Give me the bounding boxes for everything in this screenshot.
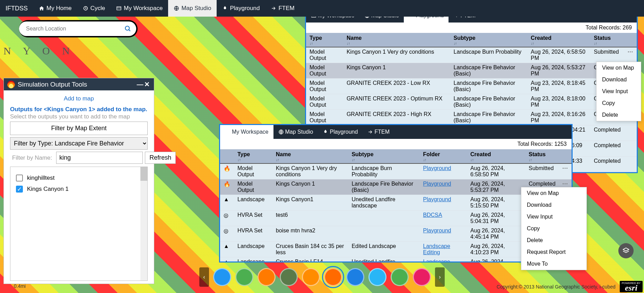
column-header[interactable] [220,149,234,163]
total-records: Total Records: 269 [306,23,637,33]
toolbar-tool-7[interactable] [368,268,386,286]
table-row[interactable]: 🔥Model OutputKings Canyon 1 Very dry con… [220,163,572,179]
menu-item-copy[interactable]: Copy [521,223,586,234]
sort-icon: ↓↑ [454,41,524,45]
table-row[interactable]: Model OutputKings Canyon 1 Very dry cond… [306,47,637,63]
refresh-button[interactable]: Refresh [145,152,176,164]
cell-actions: ··· [559,163,572,179]
toolbar-tool-2[interactable] [258,268,276,286]
search-icon[interactable] [120,21,136,36]
column-header[interactable]: Subtype↓↑ [348,149,419,163]
folder-link[interactable]: Playground [423,181,451,187]
filter-name-input[interactable] [56,152,143,164]
cell-type: Model Output [306,94,343,110]
column-header[interactable]: Type↓↑ [306,33,343,47]
column-header[interactable]: Name↓↑ [343,33,450,47]
cell-type: Model Output [234,163,272,179]
cell-type: HVRA Set [234,211,272,226]
menu-item-view-on-map[interactable]: View on Map [597,62,641,74]
table-row[interactable]: Model OutputGRANITE CREEK 2023 - High RX… [306,110,637,125]
toolbar-tool-1[interactable] [235,268,253,286]
toolbar-tool-0[interactable] [213,268,231,286]
toolbar-tool-8[interactable] [391,268,409,286]
panel-tab-my-workspace[interactable]: My Workspace [220,125,273,139]
column-header[interactable] [624,33,637,47]
nav-playground[interactable]: Playground [217,0,265,17]
svg-point-4 [125,26,130,30]
table-row[interactable]: Model OutputGRANITE CREEK 2023 - Low RXL… [306,79,637,94]
nav-ftem[interactable]: FTEM [265,0,300,17]
menu-item-download[interactable]: Download [521,199,586,211]
row-actions-button[interactable]: ··· [563,181,568,187]
layer-info-button[interactable] [618,243,634,258]
cell-actions [624,157,637,172]
checkbox[interactable] [16,175,23,181]
nav-cycle[interactable]: Cycle [77,0,111,17]
column-header[interactable]: Type↓↑ [234,149,272,163]
folder-link[interactable]: Playground [423,165,451,171]
toolbar-tool-3[interactable] [280,268,298,286]
search-input[interactable] [19,21,130,36]
output-list-item[interactable]: kinghilltest [15,172,143,184]
column-header[interactable]: Folder↓↑ [420,149,467,163]
nav-my-workspace[interactable]: My Workspace [111,0,168,17]
filter-map-extent-button[interactable]: Filter by Map Extent [10,122,148,135]
column-header[interactable]: Status↓↑ [525,149,559,163]
output-list-item[interactable]: ✓Kings Canyon 1 [15,184,143,195]
column-header[interactable]: Status↓↑ [590,33,624,47]
table-row[interactable]: ◎HVRA Setboise mtn hvra2PlaygroundAug 26… [220,226,572,242]
menu-item-request-report[interactable]: Request Report [521,246,586,258]
folder-link[interactable]: BDCSA [423,212,442,218]
column-header[interactable]: Created↓↑ [527,33,590,47]
table-row[interactable]: Model OutputGRANITE CREEK 2023 - Optimum… [306,94,637,110]
cell-name: GRANITE CREEK 2023 - Optimum RX [343,94,450,110]
tab-icon [278,129,284,135]
folder-link[interactable]: Playground [423,228,451,233]
close-button[interactable]: ✕ [143,80,150,88]
row-actions-button[interactable]: ··· [563,165,568,171]
nav-map-studio[interactable]: Map Studio [168,0,217,17]
panel-tab-map-studio[interactable]: Map Studio [273,125,318,139]
toolbar-next-button[interactable]: › [435,267,445,287]
add-to-map-link[interactable]: Add to map [10,93,148,106]
cell-created: Aug 26, 2024, 5:53:27 PM [467,179,525,195]
toolbar-prev-button[interactable]: ‹ [199,267,209,287]
menu-item-view-input[interactable]: View Input [521,211,586,223]
row-actions-button[interactable]: ··· [628,49,633,55]
menu-item-copy[interactable]: Copy [597,97,641,109]
table-row[interactable]: ▲LandscapeKings Canyon1Unedited Landfire… [220,195,572,211]
menu-item-view-on-map[interactable]: View on Map [521,187,586,199]
table-row[interactable]: 🔥Model OutputKings Canyon 1Landscape Fir… [220,179,572,195]
menu-item-download[interactable]: Download [597,74,641,86]
minimize-button[interactable]: — [137,81,143,88]
table-row[interactable]: ▲LandscapeCruces Basin LF14Unedited Land… [220,257,572,263]
toolbar-tool-4[interactable] [302,268,320,286]
nav-icon [116,6,122,11]
checkbox[interactable]: ✓ [16,186,23,193]
folder-link[interactable]: Landscape Editing [423,243,450,255]
toolbar-tool-6[interactable] [346,268,364,286]
filter-type-select[interactable]: Filter by Type: Landscape Fire Behavior [10,137,148,150]
panel-tab-playground[interactable]: Playground [318,125,363,139]
table-row[interactable]: ◎HVRA Settest6BDCSAAug 26, 2024, 5:04:31… [220,211,572,226]
filter-name-label: Filter by Name: [10,152,54,164]
table-row[interactable]: Model OutputKings Canyon 1Landscape Fire… [306,63,637,79]
toolbar-tool-9[interactable] [413,268,431,286]
nav-my-home[interactable]: My Home [33,0,77,17]
column-header[interactable] [559,149,572,163]
cell-folder: Playground [420,195,467,211]
panel-tab-ftem[interactable]: FTEM [363,125,394,139]
scrollbar[interactable] [140,167,147,281]
column-header[interactable]: Created↓↑ [467,149,525,163]
folder-link[interactable]: Landscape Editing [423,259,450,263]
menu-item-move-to[interactable]: Move To [521,258,586,270]
map-attribution: Copyright:© 2013 National Geographic Soc… [497,281,643,292]
table-row[interactable]: ▲LandscapeCruces Basin 184 cc 35 per les… [220,242,572,257]
folder-link[interactable]: Playground [423,196,451,202]
toolbar-tool-5[interactable] [324,268,342,286]
menu-item-view-input[interactable]: View Input [597,86,641,97]
column-header[interactable]: Subtype↓↑ [450,33,528,47]
menu-item-delete[interactable]: Delete [521,234,586,246]
menu-item-delete[interactable]: Delete [597,109,641,121]
column-header[interactable]: Name↓↑ [272,149,348,163]
